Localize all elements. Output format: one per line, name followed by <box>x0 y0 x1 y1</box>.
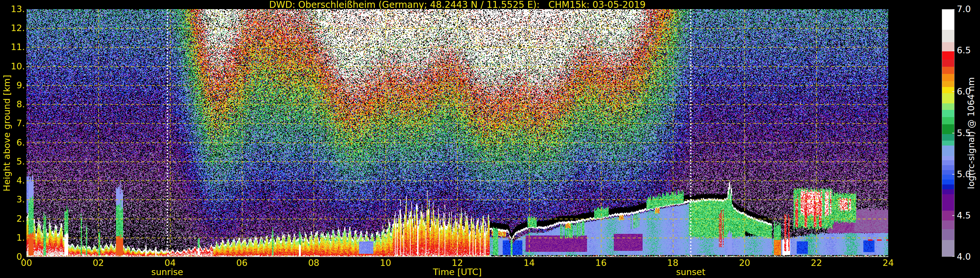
x-tick-label: 14 <box>516 258 542 268</box>
colorbar-segment <box>942 184 954 189</box>
colorbar-segment <box>942 10 954 30</box>
colorbar-segment <box>942 134 954 141</box>
y-axis-label: Height above ground [km] <box>2 75 12 191</box>
colorbar-tick-mark <box>952 133 955 133</box>
colorbar-tick-label: 7.0 <box>957 4 980 14</box>
x-tick-label: 00 <box>13 258 40 268</box>
y-tick-label: 1. <box>0 233 25 243</box>
colorbar-segment <box>942 59 954 67</box>
y-tick-label: 2. <box>0 214 25 224</box>
colorbar-tick-mark <box>952 174 955 175</box>
x-tick-label: 12 <box>444 258 470 268</box>
colorbar-segment <box>942 145 954 156</box>
colorbar-segment <box>942 51 954 59</box>
colorbar-segment <box>942 141 954 145</box>
x-axis-label: Time [UTC] <box>428 267 487 277</box>
colorbar-tick-mark <box>952 256 955 257</box>
colorbar-tick-mark <box>952 215 955 216</box>
colorbar-segment <box>942 160 954 165</box>
colorbar-tick-mark <box>952 50 955 51</box>
colorbar-segment <box>942 81 954 87</box>
colorbar-segment <box>942 229 954 240</box>
x-tick-label: 22 <box>803 258 829 268</box>
colorbar-segment <box>942 103 954 110</box>
x-tick-label: 04 <box>157 258 183 268</box>
colorbar-segment <box>942 156 954 160</box>
heatmap-canvas <box>27 9 888 257</box>
colorbar-segment <box>942 194 954 211</box>
colorbar-segment <box>942 110 954 117</box>
y-tick-label: 3. <box>0 195 25 205</box>
colorbar-segment <box>942 117 954 124</box>
colorbar-segment <box>942 175 954 179</box>
x-axis-spine <box>27 256 888 257</box>
colorbar-tick-mark <box>952 9 955 10</box>
sunset-annotation: sunset <box>661 267 720 277</box>
y-tick-label: 10. <box>0 61 25 71</box>
y-tick-label: 11. <box>0 42 25 52</box>
colorbar-segment <box>942 189 954 194</box>
colorbar-segment <box>942 93 954 103</box>
x-tick-label: 20 <box>732 258 757 268</box>
y-tick-label: 12. <box>0 23 25 33</box>
colorbar-segment <box>942 67 954 74</box>
colorbar-tick-label: 4.5 <box>957 211 980 220</box>
y-tick-label: 13. <box>0 4 25 14</box>
x-tick-label: 08 <box>301 258 327 268</box>
colorbar-segment <box>942 30 954 42</box>
colorbar-tick-label: 4.0 <box>957 252 980 262</box>
x-tick-label: 16 <box>588 258 614 268</box>
colorbar-segment <box>942 179 954 184</box>
x-tick-label: 24 <box>875 258 901 268</box>
plot-title: DWD: Oberschleißheim (Germany; 48.2443 N… <box>27 0 888 10</box>
x-tick-label: 18 <box>660 258 686 268</box>
x-tick-label: 02 <box>85 258 111 268</box>
x-tick-label: 06 <box>229 258 255 268</box>
colorbar-segment <box>942 74 954 81</box>
colorbar-tick-label: 6.5 <box>957 45 980 55</box>
colorbar-segment <box>942 220 954 229</box>
colorbar-label: log(rc-signal) @ 1064 nm <box>966 77 976 189</box>
colorbar-segment <box>942 165 954 170</box>
sunrise-annotation: sunrise <box>138 267 197 277</box>
x-tick-label: 10 <box>372 258 399 268</box>
ceilometer-quicklook-figure: DWD: Oberschleißheim (Germany; 48.2443 N… <box>0 0 980 278</box>
colorbar-segment <box>942 240 954 256</box>
colorbar-tick-mark <box>952 91 955 92</box>
colorbar-segment <box>942 87 954 93</box>
